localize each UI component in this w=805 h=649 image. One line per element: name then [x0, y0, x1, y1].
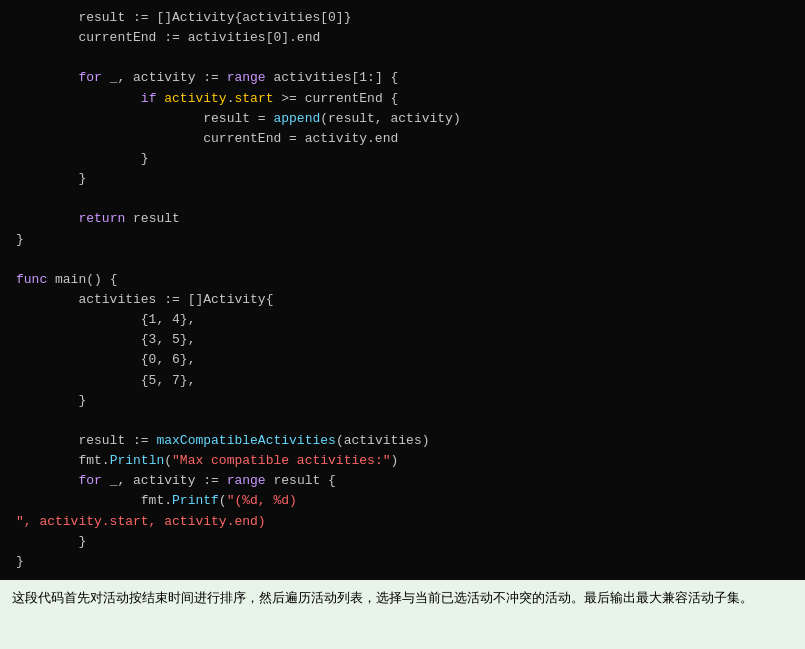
code-line-15: activities := []Activity{	[16, 290, 789, 310]
code-line-23: fmt.Println("Max compatible activities:"…	[16, 451, 789, 471]
code-line-19: {5, 7},	[16, 371, 789, 391]
code-line-27: }	[16, 532, 789, 552]
code-line-17: {3, 5},	[16, 330, 789, 350]
description-panel: 这段代码首先对活动按结束时间进行排序，然后遍历活动列表，选择与当前已选活动不冲突…	[0, 580, 805, 649]
code-line-1: result := []Activity{activities[0]}	[16, 8, 789, 28]
code-line-5: if activity.start >= currentEnd {	[16, 89, 789, 109]
code-line-25: fmt.Printf("(%d, %d)	[16, 491, 789, 511]
code-line-9: }	[16, 169, 789, 189]
code-line-14: func main() {	[16, 270, 789, 290]
code-line-18: {0, 6},	[16, 350, 789, 370]
code-line-2: currentEnd := activities[0].end	[16, 28, 789, 48]
code-line-22: result := maxCompatibleActivities(activi…	[16, 431, 789, 451]
code-line-20: }	[16, 391, 789, 411]
code-line-10	[16, 189, 789, 209]
code-line-8: }	[16, 149, 789, 169]
code-line-11: return result	[16, 209, 789, 229]
code-line-4: for _, activity := range activities[1:] …	[16, 68, 789, 88]
code-line-16: {1, 4},	[16, 310, 789, 330]
code-line-28: }	[16, 552, 789, 572]
code-editor: result := []Activity{activities[0]} curr…	[0, 0, 805, 580]
code-line-24: for _, activity := range result {	[16, 471, 789, 491]
code-line-3	[16, 48, 789, 68]
code-line-13	[16, 250, 789, 270]
code-line-26: ", activity.start, activity.end)	[16, 512, 789, 532]
code-line-21	[16, 411, 789, 431]
code-line-12: }	[16, 230, 789, 250]
code-line-6: result = append(result, activity)	[16, 109, 789, 129]
description-text: 这段代码首先对活动按结束时间进行排序，然后遍历活动列表，选择与当前已选活动不冲突…	[12, 588, 753, 609]
code-line-7: currentEnd = activity.end	[16, 129, 789, 149]
